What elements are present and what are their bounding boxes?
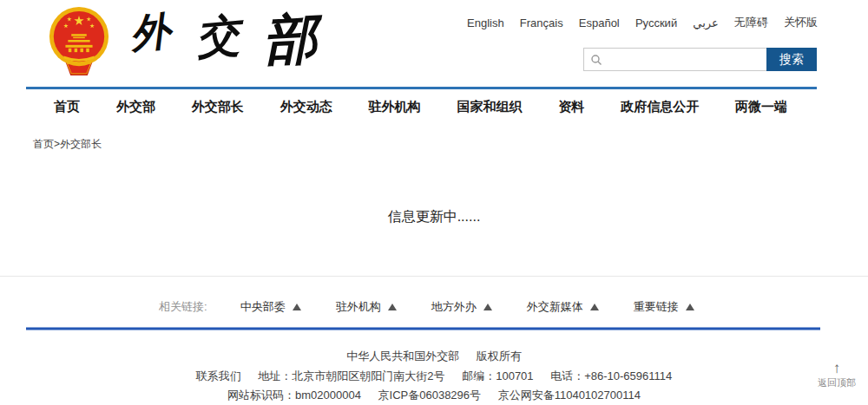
breadcrumb: 首页>外交部长 bbox=[33, 137, 102, 152]
china-national-emblem-icon bbox=[47, 3, 111, 77]
search-input[interactable] bbox=[584, 49, 766, 70]
footer-divider-bar bbox=[26, 327, 820, 330]
footer-tel: 电话：+86-10-65961114 bbox=[550, 369, 672, 382]
related-item-label: 中央部委 bbox=[240, 299, 286, 315]
nav-item-social-media[interactable]: 两微一端 bbox=[735, 99, 787, 115]
national-emblem-logo[interactable] bbox=[47, 3, 111, 77]
footer-zip: 邮编：100701 bbox=[462, 369, 533, 382]
footer-address: 地址：北京市朝阳区朝阳门南大街2号 bbox=[258, 369, 444, 382]
nav-item-activities[interactable]: 外交动态 bbox=[280, 99, 332, 115]
lang-accessibility[interactable]: 无障碍 bbox=[734, 15, 768, 30]
copyright-text: 版权所有 bbox=[477, 349, 522, 363]
site-code: 网站标识码：bm02000004 bbox=[227, 389, 361, 402]
up-triangle-icon bbox=[293, 304, 301, 310]
search-icon bbox=[590, 54, 602, 66]
related-overseas-missions[interactable]: 驻外机构 bbox=[336, 299, 397, 315]
contact-us-link[interactable]: 联系我们 bbox=[196, 369, 241, 382]
lang-care-version[interactable]: 关怀版 bbox=[784, 15, 818, 30]
related-local-offices[interactable]: 地方外办 bbox=[431, 299, 492, 315]
lang-russian[interactable]: Русский bbox=[635, 16, 677, 29]
related-central-ministries[interactable]: 中央部委 bbox=[240, 299, 301, 315]
nav-item-ministry[interactable]: 外交部 bbox=[116, 99, 155, 115]
up-triangle-icon bbox=[483, 304, 492, 310]
nav-item-resources[interactable]: 资料 bbox=[558, 99, 584, 115]
footer-registration: 网站标识码：bm02000004 京ICP备06038296号 京公网安备110… bbox=[0, 388, 868, 403]
nav-item-missions[interactable]: 驻外机构 bbox=[369, 99, 421, 115]
breadcrumb-separator: > bbox=[54, 138, 60, 150]
lang-espanol[interactable]: Español bbox=[579, 16, 620, 29]
nav-item-minister[interactable]: 外交部长 bbox=[192, 99, 244, 115]
language-switcher: English Français Español Русский عربي 无障… bbox=[467, 15, 818, 30]
logo-char: 部 bbox=[261, 2, 319, 77]
lang-arabic[interactable]: عربي bbox=[693, 16, 718, 29]
related-item-label: 地方外办 bbox=[431, 299, 477, 315]
related-important-links[interactable]: 重要链接 bbox=[634, 299, 694, 315]
related-item-label: 驻外机构 bbox=[336, 299, 381, 315]
nav-item-home[interactable]: 首页 bbox=[54, 99, 80, 115]
up-triangle-icon bbox=[388, 304, 397, 310]
back-to-top-label: 返回顶部 bbox=[812, 376, 861, 389]
logo-char: 外 bbox=[127, 3, 173, 62]
section-divider bbox=[0, 276, 868, 277]
related-item-label: 外交新媒体 bbox=[527, 299, 583, 315]
psb-license-link[interactable]: 京公网安备11040102700114 bbox=[498, 389, 641, 402]
footer-copyright: 中华人民共和国外交部 版权所有 bbox=[0, 349, 868, 364]
nav-item-countries[interactable]: 国家和组织 bbox=[457, 99, 522, 115]
related-item-label: 重要链接 bbox=[634, 299, 679, 315]
mfa-homepage: 外 交 部 English Français Español Русский ع… bbox=[0, 0, 868, 405]
updating-message: 信息更新中...... bbox=[0, 208, 868, 226]
nav-item-gov-info[interactable]: 政府信息公开 bbox=[621, 99, 699, 115]
search-button[interactable]: 搜索 bbox=[766, 48, 817, 71]
breadcrumb-current: 外交部长 bbox=[60, 138, 102, 150]
breadcrumb-home[interactable]: 首页 bbox=[33, 138, 54, 150]
icp-license-link[interactable]: 京ICP备06038296号 bbox=[378, 389, 482, 402]
copyright-org: 中华人民共和国外交部 bbox=[346, 349, 459, 363]
footer-contact: 联系我们 地址：北京市朝阳区朝阳门南大街2号 邮编：100701 电话：+86-… bbox=[0, 369, 868, 384]
ministry-calligraphy-logo[interactable]: 外 交 部 bbox=[130, 3, 330, 73]
site-search: 搜索 bbox=[583, 48, 817, 71]
related-links: 相关链接: 中央部委 驻外机构 地方外办 外交新媒体 重要链接 bbox=[159, 299, 729, 315]
up-triangle-icon bbox=[590, 304, 599, 310]
up-arrow-icon: ↑ bbox=[812, 361, 861, 376]
logo-char: 交 bbox=[194, 6, 242, 68]
up-triangle-icon bbox=[686, 304, 694, 310]
lang-english[interactable]: English bbox=[467, 16, 504, 29]
related-new-media[interactable]: 外交新媒体 bbox=[527, 299, 599, 315]
back-to-top-button[interactable]: ↑ 返回顶部 bbox=[812, 361, 861, 389]
related-links-label: 相关链接: bbox=[159, 299, 207, 315]
lang-francais[interactable]: Français bbox=[520, 16, 563, 29]
main-nav: 首页 外交部 外交部长 外交动态 驻外机构 国家和组织 资料 政府信息公开 两微… bbox=[26, 87, 817, 125]
search-input-wrap bbox=[583, 48, 766, 71]
